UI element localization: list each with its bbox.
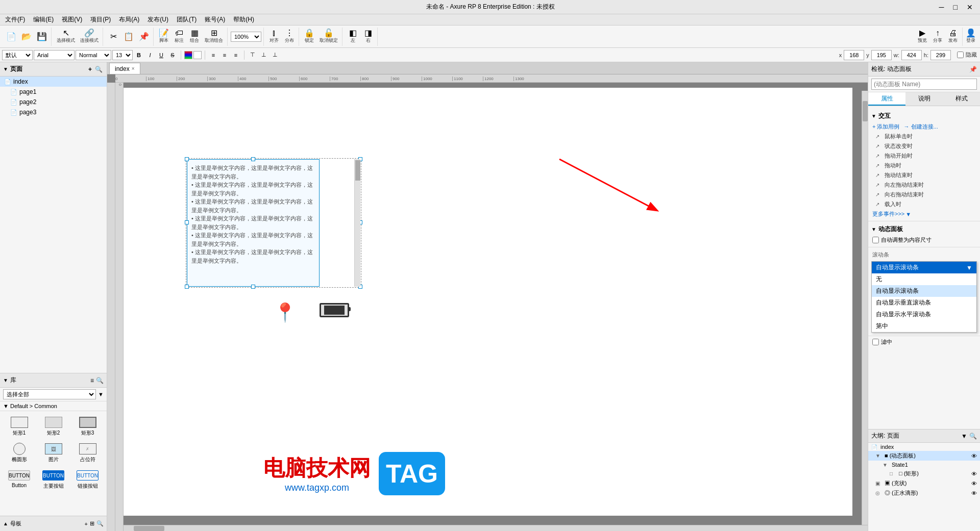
h-input[interactable]: [930, 50, 951, 60]
tab-properties[interactable]: 属性: [868, 92, 905, 106]
menu-view[interactable]: 视图(V): [59, 14, 85, 25]
hidden-checkbox[interactable]: [957, 52, 964, 58]
toolbar-copy[interactable]: 📋: [121, 29, 136, 45]
strikethrough-button[interactable]: S: [167, 50, 178, 60]
handle-bm[interactable]: [251, 285, 255, 289]
toolbar-login[interactable]: 👤 登录: [964, 29, 978, 45]
interactions-collapse[interactable]: ▼: [871, 113, 876, 119]
toolbar-ungroup[interactable]: ⊞ 取消组合: [203, 29, 225, 45]
right-panel-pin[interactable]: 📌: [969, 66, 977, 73]
align-center-button[interactable]: ≡: [219, 50, 230, 60]
bold-button[interactable]: B: [134, 50, 144, 60]
page-item-index[interactable]: 📄 index: [0, 77, 107, 87]
pages-search-btn[interactable]: 🔍: [94, 65, 104, 74]
maximize-button[interactable]: □: [950, 2, 961, 12]
library-search-btn[interactable]: 🔍: [96, 377, 104, 384]
size-select[interactable]: 13: [112, 50, 133, 60]
tab-style[interactable]: 样式: [943, 92, 980, 106]
widget-placeholder[interactable]: ✗ 占位符: [71, 441, 104, 465]
widget-button[interactable]: BUTTON Button: [3, 467, 35, 492]
event-drag[interactable]: ↗ 拖动时: [868, 161, 980, 170]
toolbar-share[interactable]: ↑ 分享: [930, 29, 945, 45]
toolbar-lock[interactable]: 🔒 锁定: [302, 29, 316, 45]
toolbar-connect-mode[interactable]: 🔗 连接模式: [78, 29, 101, 45]
library-filter-select[interactable]: 选择全部: [3, 389, 96, 399]
zoom-select[interactable]: 100%: [231, 32, 261, 42]
dynamic-panel-header[interactable]: ▼ 动态面板: [868, 223, 980, 235]
auto-resize-checkbox[interactable]: [872, 237, 879, 243]
dropdown-option-auto[interactable]: 自动显示滚动条: [872, 285, 976, 297]
align-left-button[interactable]: ≡: [208, 50, 218, 60]
underline-button[interactable]: U: [156, 50, 166, 60]
bottom-search-btn[interactable]: 🔍: [96, 520, 104, 527]
widget-image[interactable]: 🖼 图片: [37, 441, 69, 465]
layer-item-circle[interactable]: ◎ ◎ (正水滴形) 👁: [868, 488, 980, 498]
event-drag-left[interactable]: ↗ 向左拖动结束时: [868, 180, 980, 190]
menu-edit[interactable]: 编辑(E): [30, 14, 57, 25]
toolbar-right[interactable]: ◨ 右: [361, 29, 375, 45]
toolbar-new[interactable]: 📄: [4, 29, 18, 45]
library-category[interactable]: ▼ Default > Common: [0, 401, 107, 411]
page-item-page2[interactable]: 📄 page2: [0, 97, 107, 107]
layer-eye-panel[interactable]: 👁: [971, 453, 977, 459]
valign-top-button[interactable]: ⊤: [248, 50, 258, 60]
scroll-thumb[interactable]: [355, 160, 360, 181]
layer-item-dynamic-panel[interactable]: ▼ ■ (动态面板) 👁: [868, 451, 980, 461]
canvas-tab-index[interactable]: index ×: [109, 63, 140, 74]
dynamic-panel-container[interactable]: • 这里是举例文字内容，这里是举例文字内容，这里是举例文字内容。 • 这里是举例…: [187, 159, 360, 287]
fill-picker[interactable]: [193, 51, 202, 59]
add-usecase-btn[interactable]: + 添加用例: [872, 123, 899, 131]
pages-add-btn[interactable]: +: [87, 65, 93, 74]
valign-middle-button[interactable]: ⊥: [259, 50, 269, 60]
style-select[interactable]: 默认: [2, 50, 33, 60]
color-picker[interactable]: [184, 51, 192, 59]
close-button[interactable]: ✕: [964, 2, 976, 12]
canvas-tab-close[interactable]: ×: [132, 66, 135, 71]
toolbar-select-mode[interactable]: ↖ 选择模式: [55, 29, 77, 45]
layer-eye-rect[interactable]: 👁: [971, 471, 977, 477]
x-input[interactable]: [844, 50, 864, 60]
toolbar-generate[interactable]: 🖨 发布: [946, 29, 960, 45]
event-load[interactable]: ↗ 载入时: [868, 199, 980, 209]
menu-help[interactable]: 帮助(H): [230, 14, 257, 25]
page-item-page1[interactable]: 📄 page1: [0, 87, 107, 97]
y-input[interactable]: [871, 50, 892, 60]
font-select[interactable]: Arial: [34, 50, 75, 60]
tab-description[interactable]: 说明: [905, 92, 943, 106]
layer-item-index[interactable]: 📄 index: [868, 443, 980, 451]
scrollbar-v-thumb[interactable]: [863, 101, 868, 121]
content-box[interactable]: • 这里是举例文字内容，这里是举例文字内容，这里是举例文字内容。 • 这里是举例…: [187, 159, 320, 287]
handle-ml[interactable]: [185, 220, 189, 224]
bottom-collapse-btn[interactable]: ▲: [3, 521, 8, 526]
handle-bl[interactable]: [185, 285, 189, 289]
layer-item-rect[interactable]: □ □ (矩形) 👁: [868, 469, 980, 478]
layer-search-btn[interactable]: 🔍: [969, 433, 977, 440]
page-item-page3[interactable]: 📄 page3: [0, 107, 107, 117]
weight-select[interactable]: Normal: [76, 50, 111, 60]
layer-item-state1[interactable]: ▼ State1: [868, 461, 980, 469]
menu-team[interactable]: 团队(T): [174, 14, 200, 25]
dropdown-option-horizontal[interactable]: 自动显示水平滚动条: [872, 309, 976, 320]
toolbar-save[interactable]: 💾: [35, 29, 49, 45]
widget-linkbtn[interactable]: BUTTON 链接按钮: [71, 467, 104, 492]
scrollbar-h-thumb[interactable]: [134, 526, 164, 531]
event-drag-start[interactable]: ↗ 拖动开始时: [868, 151, 980, 161]
library-expand-btn[interactable]: ▼: [98, 391, 104, 397]
layer-eye-circle[interactable]: 👁: [971, 490, 977, 496]
scrollbar-vertical[interactable]: [862, 91, 868, 525]
widget-rect3[interactable]: 矩形3: [71, 414, 104, 439]
italic-button[interactable]: I: [145, 50, 155, 60]
dropdown-selected-option[interactable]: 自动显示滚动条 ▼: [872, 262, 976, 273]
interactions-section-header[interactable]: ▼ 交互: [868, 110, 980, 122]
dynamic-collapse[interactable]: ▼: [871, 226, 876, 232]
create-link-btn[interactable]: → 创建连接...: [903, 123, 938, 131]
toolbar-annotate[interactable]: 🏷 标注: [172, 29, 186, 45]
dropdown-option-vertical[interactable]: 自动显示垂直滚动条: [872, 297, 976, 309]
handle-tm[interactable]: [251, 157, 255, 161]
pages-collapse-btn[interactable]: ▼: [3, 66, 8, 72]
library-collapse-btn[interactable]: ▼: [3, 377, 8, 383]
widget-rect2[interactable]: 矩形2: [37, 414, 69, 439]
dropdown-option-other[interactable]: 第中: [872, 320, 976, 332]
bottom-expand-btn[interactable]: ⊞: [90, 520, 94, 527]
toolbar-group-btn[interactable]: ▦ 组合: [187, 29, 202, 45]
